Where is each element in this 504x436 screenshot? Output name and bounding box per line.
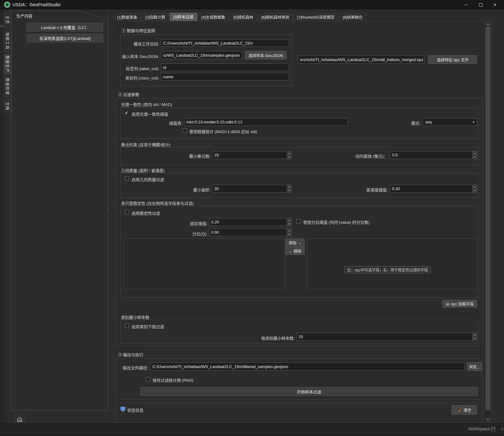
erosion-label: 向内腐蚀 (像元)： <box>342 153 388 159</box>
compactness-label: 紧凑度阈值: <box>342 187 388 193</box>
workspace-label: 模块工作空间: <box>109 41 159 47</box>
scroll-up-icon[interactable]: ▲ <box>485 22 491 26</box>
compactness-stepper[interactable]: 0.30▲▼ <box>390 185 477 193</box>
tab-data-preparation[interactable]: [1]数据准备 <box>114 13 141 21</box>
mode-combobox[interactable]: any▼ <box>423 118 477 126</box>
quantile-threshold-label: 使用分位阈值 (列内 |value| 的分位数) <box>303 219 370 225</box>
rail-tab-data-production[interactable]: 数据生产 <box>4 54 11 74</box>
npz-input[interactable]: ers/richi/TI_richiebao/WS_Landsat2LC_15m… <box>298 55 424 64</box>
remove-field-button[interactable]: ← 移除 <box>285 247 305 255</box>
clear-status-button[interactable]: 清空 <box>452 405 477 414</box>
spin-arrows-icon[interactable]: ▲▼ <box>287 151 291 159</box>
tab-rf-prediction[interactable]: [6]随机森林预测 <box>258 13 293 21</box>
select-npz-button[interactable]: 选择特征 npz 文件 <box>428 55 477 64</box>
browse-button[interactable]: 浏览... <box>467 362 482 371</box>
close-icon: ✕ <box>493 2 497 7</box>
min-pixels-label: 最小像元数: <box>173 153 211 159</box>
window-title: USDA：GeoProdStudio <box>12 0 61 9</box>
selected-fields-list[interactable] <box>307 238 477 289</box>
status-bar: Workspace [*] s <box>0 423 504 434</box>
spin-arrows-icon[interactable]: ▲▼ <box>287 229 291 236</box>
vertical-scrollbar[interactable]: ▲ ▼ <box>485 22 491 422</box>
start-filtering-button[interactable]: 开始样本过滤 <box>140 387 478 396</box>
quantile-q-stepper[interactable]: 0.90▲▼ <box>209 228 292 236</box>
minimize-button[interactable] <box>459 0 473 9</box>
min-area-label: 最小面积: <box>173 187 211 193</box>
product-button-landsat-lc[interactable]: Landsat->土地覆盖（LC） <box>27 23 103 31</box>
per-class-min-stepper[interactable]: 25▲▼ <box>296 333 477 341</box>
enable-stability-label: 启用稳定性过滤 <box>132 210 160 216</box>
tab-random-forest[interactable]: [5]随机森林 <box>230 13 257 21</box>
brush-icon <box>458 408 462 412</box>
title-bar: USDA：GeoProdStudio ✕ <box>0 0 504 9</box>
section3-title: ③ 输出与执行 <box>118 352 143 357</box>
spin-arrows-icon[interactable]: ▲▼ <box>472 333 477 340</box>
fields-hint-label: 左：npz中可选字段；右：用于稳定性过滤的字段 <box>345 266 430 273</box>
tab-dataset-generation[interactable]: [4]生成数据集 <box>198 13 229 21</box>
maximize-button[interactable] <box>473 0 488 9</box>
rail-tab-data-retrieval[interactable]: 数据检索 <box>4 77 11 97</box>
tab-resnet50[interactable]: [7]ResNet50深度模型 <box>293 13 338 21</box>
tab-result-fusion[interactable]: [8]结果融合 <box>339 13 366 21</box>
collapsed-dock-strip: - u1 <box>0 9 3 436</box>
select-geojson-button[interactable]: 选择样本 GeoJSON <box>245 51 287 60</box>
available-fields-list[interactable] <box>124 238 285 289</box>
section2-title: ② 过滤参数 <box>118 91 139 97</box>
quantile-threshold-checkbox[interactable] <box>296 219 301 223</box>
robust-stats-checkbox[interactable] <box>182 128 187 133</box>
spin-arrows-icon[interactable]: ▲▼ <box>287 185 291 192</box>
enable-spectral-checkbox[interactable] <box>125 111 129 116</box>
window-bottom-edge <box>0 434 504 436</box>
scroll-down-icon[interactable]: ▼ <box>485 417 491 422</box>
fixed-threshold-stepper[interactable]: 0.20▲▼ <box>209 218 292 226</box>
enable-geometry-label: 启用几何质量过滤 <box>132 176 164 182</box>
threshold-table-input[interactable]: ndvi:0.10,mndwi:0.10,ndbi:0.12 <box>184 118 348 126</box>
save-png-label: 保存过滤统计图 (PNG) <box>153 377 193 383</box>
erosion-stepper[interactable]: 0.5▲▼ <box>390 151 477 159</box>
workspace-input[interactable]: C:/Users/richi/TI_richiebao/WS_Landsat2L… <box>161 39 289 47</box>
geojson-input[interactable]: io/WS_Landsat2LC_15m/samples.geojson <box>161 51 242 59</box>
enable-geometry-checkbox[interactable] <box>125 176 129 181</box>
rail-tab-map-tools[interactable]: 地图工具 <box>4 31 11 52</box>
enable-spectral-label: 启用光谱一致性阈值 <box>132 111 168 117</box>
min-samples-group-title: 类别最小样本数 <box>121 314 149 320</box>
scrollbar-thumb[interactable] <box>486 27 490 410</box>
pixel-group-title: 像元约束 (应用于掩膜/统计) <box>121 141 171 147</box>
minimize-icon <box>464 5 468 5</box>
save-png-checkbox[interactable] <box>146 377 150 381</box>
spin-arrows-icon[interactable]: ▲▼ <box>472 151 477 159</box>
output-path-input[interactable]: C:/Users/richi/TI_richiebao/WS_Landsat2L… <box>150 362 465 371</box>
section1-title: ① 数据与特征选择 <box>122 27 155 33</box>
rail-tab-docs[interactable]: 文档 <box>4 99 11 113</box>
product-button-lst[interactable]: 反演地表温度(LST)[Landsat] <box>27 34 103 42</box>
add-field-button[interactable]: 添加 → <box>285 238 305 247</box>
workspace-status: Workspace [*] <box>468 426 495 431</box>
label-col-input[interactable]: id <box>161 64 289 71</box>
rail-tab-home[interactable]: 主页 <box>4 12 11 28</box>
maximize-icon <box>479 3 482 7</box>
tab-index-calculation[interactable]: [2]指数计算 <box>142 13 169 21</box>
spin-arrows-icon[interactable]: ▲▼ <box>472 185 477 192</box>
quantile-q-label: 分位(Q): <box>170 231 207 237</box>
enable-stability-checkbox[interactable] <box>125 210 129 214</box>
status-groupbox <box>116 403 483 423</box>
clipped-text-fragment: - <box>1 13 2 16</box>
status-info-label: 状态信息 <box>127 407 143 413</box>
class-col-input[interactable]: name <box>161 73 289 80</box>
enable-class-min-checkbox[interactable] <box>125 323 129 328</box>
fixed-threshold-label: 固定阈值: <box>170 220 207 226</box>
chevron-down-icon: ▼ <box>472 121 475 124</box>
min-area-stepper[interactable]: 30▲▼ <box>212 185 292 193</box>
splitter-handle[interactable]: ⋮ <box>106 208 110 210</box>
geometry-group-title: 几何质量 (面积 / 紧凑度) <box>121 167 165 173</box>
close-button[interactable]: ✕ <box>488 0 502 9</box>
production-content-panel <box>11 11 108 411</box>
tab-sample-filtering[interactable]: [3]样本过滤 <box>170 13 197 21</box>
label-col-label: 标签列 (label_col): <box>109 65 159 71</box>
spin-arrows-icon[interactable]: ▲▼ <box>287 218 291 226</box>
home-icon <box>16 416 23 423</box>
min-pixels-stepper[interactable]: 25▲▼ <box>212 151 292 159</box>
threshold-table-label: 阈值表: <box>147 120 182 126</box>
app-logo-icon <box>4 2 10 8</box>
load-npz-fields-button[interactable]: 从 npz 加载字段 <box>442 300 477 308</box>
